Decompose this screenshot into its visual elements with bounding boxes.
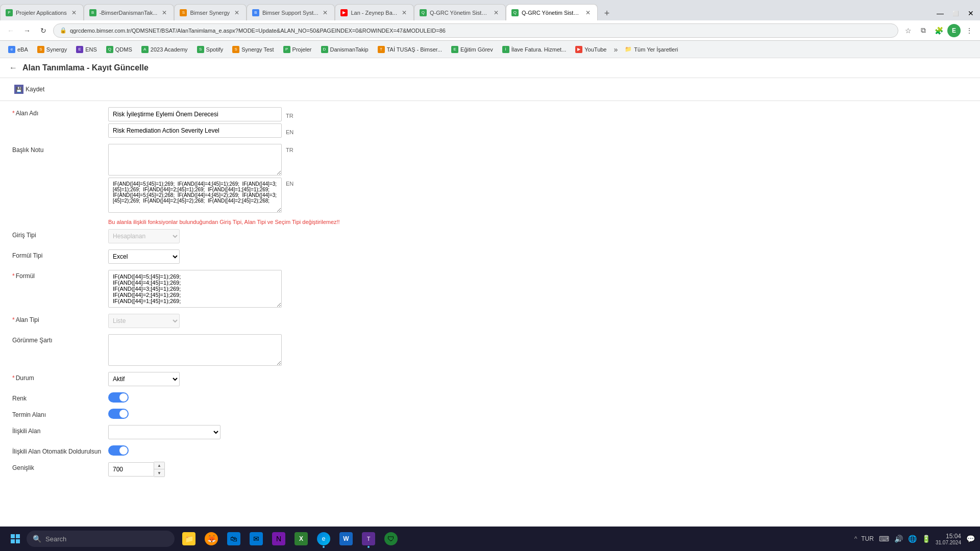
start-button[interactable] — [4, 528, 27, 550]
settings-button[interactable]: ⋮ — [963, 24, 976, 37]
taskbar-app-onenote[interactable]: N — [268, 529, 289, 549]
tab-bimser-danisман[interactable]: B -BimserDanismanTak... ✕ — [84, 4, 175, 20]
genislik-down-button[interactable]: ▼ — [154, 469, 164, 477]
taskbar-app-word[interactable]: W — [336, 529, 356, 549]
baslik-notu-tr-lang: TR — [286, 144, 301, 153]
durum-select[interactable]: Aktif — [108, 372, 180, 386]
taskbar-battery-icon[interactable]: 🔋 — [921, 534, 932, 544]
durum-row: Durum Aktif — [12, 372, 968, 386]
bookmark-synergy-test[interactable]: S Synergy Test — [228, 44, 278, 55]
maximize-button[interactable]: ⬜ — [948, 6, 963, 20]
tab-close-qgrc2[interactable]: ✕ — [584, 9, 592, 17]
bookmark-youtube[interactable]: ▶ YouTube — [571, 44, 610, 55]
bookmark-ilave[interactable]: İ İlave Fatura. Hizmet... — [498, 44, 571, 55]
bookmark-egitim[interactable]: E Eğitim Görev — [447, 44, 497, 55]
bookmark-star-button[interactable]: ☆ — [901, 24, 915, 37]
alan-adi-en-input[interactable] — [108, 123, 282, 138]
tab-close-projeler[interactable]: ✕ — [70, 9, 78, 17]
taskbar-app-mail[interactable]: ✉ — [246, 529, 266, 549]
taskbar-app-edge[interactable]: e — [313, 529, 334, 549]
tab-close-danisман[interactable]: ✕ — [160, 9, 168, 17]
tab-label-danisман: -BimserDanismanTak... — [100, 10, 158, 16]
bookmarks-more-button[interactable]: » — [612, 43, 620, 56]
save-button[interactable]: 💾 Kaydet — [8, 82, 51, 96]
taskbar-app-teams[interactable]: T — [358, 529, 379, 549]
page-back-button[interactable]: ← — [8, 62, 18, 73]
taskbar-search[interactable]: 🔍 Search — [27, 531, 175, 547]
taskbar-notification-icon[interactable]: 💬 — [965, 534, 976, 544]
tab-close-youtube[interactable]: ✕ — [400, 9, 408, 17]
bookmark-qdms[interactable]: Q QDMS — [102, 44, 136, 55]
bookmark-ens[interactable]: E ENS — [72, 44, 101, 55]
alan-adi-controls: TR EN — [108, 107, 968, 138]
tab-youtube[interactable]: ▶ Lan - Zeynep Ba... ✕ — [335, 4, 414, 20]
taskbar-app-security[interactable]: 🛡 — [381, 529, 401, 549]
tab-bimser-support[interactable]: B Bimser Support Syst... ✕ — [247, 4, 335, 20]
bookmark-favicon-qdms: Q — [106, 46, 113, 53]
taskbar-app-browser1[interactable]: 🦊 — [201, 529, 222, 549]
gorunme-sarti-textarea[interactable] — [108, 334, 282, 366]
genislik-input[interactable] — [108, 462, 154, 477]
bookmark-danisman[interactable]: D DanismanTakip — [317, 44, 373, 55]
split-tab-button[interactable]: ⧉ — [917, 24, 930, 37]
bookmark-academy[interactable]: A 2023 Academy — [137, 44, 192, 55]
bookmark-label-danisman: DanismanTakip — [330, 46, 369, 53]
bookmark-eba[interactable]: e eBA — [4, 44, 32, 55]
alan-adi-en-lang: EN — [286, 126, 301, 135]
bookmark-tai[interactable]: T TAİ TUSAŞ - Bimser... — [374, 44, 446, 55]
bookmark-synergy[interactable]: S Synergy — [33, 44, 71, 55]
new-tab-button[interactable]: + — [600, 6, 614, 20]
window-controls: — ⬜ ✕ — [933, 6, 980, 20]
win-logo-sq4 — [16, 539, 20, 543]
renk-label: Renk — [12, 392, 104, 402]
iliskili-otomatik-toggle[interactable] — [108, 445, 129, 456]
forward-button[interactable]: → — [20, 24, 34, 37]
taskbar-chevron[interactable]: ^ — [854, 535, 857, 542]
alan-adi-tr-input[interactable] — [108, 107, 282, 121]
taskbar-app-files[interactable]: 📁 — [179, 529, 199, 549]
tab-qgrc1[interactable]: Q Q-GRC Yönetim Siste... ✕ — [414, 4, 506, 20]
taskbar-app-excel-icon: X — [295, 532, 308, 545]
tab-synergy[interactable]: S Bimser Synergy ✕ — [174, 4, 247, 20]
taskbar-app-edge-icon: e — [317, 532, 330, 545]
back-button[interactable]: ← — [4, 24, 17, 37]
win-logo-sq3 — [11, 539, 15, 543]
save-icon: 💾 — [14, 85, 23, 94]
taskbar-app-store[interactable]: 🛍 — [224, 529, 244, 549]
tab-projeler[interactable]: P Projeler Applications ✕ — [0, 4, 84, 20]
tab-favicon-youtube: ▶ — [340, 9, 348, 16]
taskbar-datetime[interactable]: 15:04 31.07.2024 — [936, 533, 961, 545]
iliskili-alan-select[interactable] — [108, 425, 220, 439]
genislik-up-button[interactable]: ▲ — [154, 462, 164, 469]
baslik-notu-tr-input[interactable] — [108, 144, 282, 176]
iliskili-otomatik-controls — [108, 445, 968, 456]
bookmark-spotify[interactable]: S Spotify — [193, 44, 228, 55]
address-input[interactable]: 🔒 qgrcdemo.bimser.com.tr/QDMSNET/BSAT/Al… — [53, 23, 898, 38]
durum-label: Durum — [12, 372, 104, 382]
termin-toggle[interactable] — [108, 409, 129, 419]
extensions-button[interactable]: 🧩 — [932, 24, 945, 37]
tab-qgrc2[interactable]: Q Q-GRC Yönetim Siste... ✕ — [506, 4, 598, 20]
formul-tipi-select[interactable]: Excel — [108, 249, 180, 264]
bookmarks-folder-all[interactable]: 📁 Tüm Yer İşaretleri — [621, 44, 682, 55]
taskbar-app-edge-dot — [323, 546, 325, 548]
renk-toggle[interactable] — [108, 392, 129, 403]
taskbar-app-store-icon: 🛍 — [227, 532, 240, 545]
formul-textarea[interactable]: IF(AND([44]=5;[45]=1);269; IF(AND([44]=4… — [108, 270, 282, 308]
taskbar-volume-icon[interactable]: 🔊 — [893, 534, 904, 544]
tab-close-synergy[interactable]: ✕ — [233, 9, 241, 17]
taskbar-app-excel[interactable]: X — [291, 529, 311, 549]
baslik-notu-controls: TR IF(AND([44]=5;[45]=1);269; IF(AND([44… — [108, 144, 968, 213]
close-window-button[interactable]: ✕ — [964, 6, 978, 20]
bookmark-favicon-ilave: İ — [502, 46, 509, 53]
tab-close-qgrc1[interactable]: ✕ — [492, 9, 500, 17]
taskbar-network-icon[interactable]: 🌐 — [907, 534, 918, 544]
baslik-notu-en-input[interactable]: IF(AND([44]=5;[45]=1);269; IF(AND([44]=4… — [108, 178, 282, 213]
taskbar-keyboard-icon[interactable]: ⌨ — [878, 534, 890, 544]
tab-favicon-qgrc1: Q — [420, 9, 427, 16]
refresh-button[interactable]: ↻ — [37, 24, 50, 37]
minimize-button[interactable]: — — [933, 6, 947, 20]
profile-button[interactable]: E — [947, 24, 961, 37]
tab-close-support[interactable]: ✕ — [321, 9, 329, 17]
bookmark-projeler[interactable]: P Projeler — [279, 44, 316, 55]
